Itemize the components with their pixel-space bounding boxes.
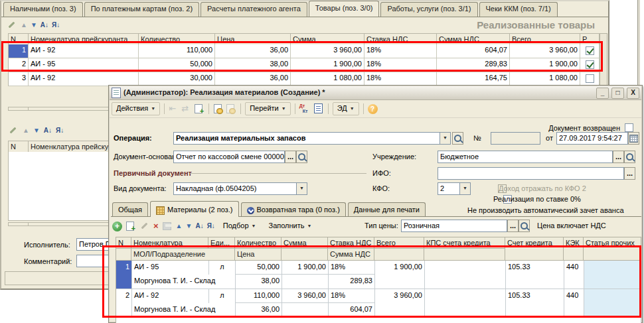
- base-doc-search-button[interactable]: [296, 151, 307, 163]
- materials-sale-dialog: (Администратор): Реализация материалов (…: [108, 85, 643, 323]
- pick-label: Подбор: [223, 222, 249, 230]
- tab-works[interactable]: Работы, услуги (поз. 3/1): [380, 2, 477, 17]
- base-doc-field[interactable]: Отчет по кассовой смене 000000001 от 26: [173, 151, 285, 163]
- post-document-icon[interactable]: [214, 104, 222, 113]
- price-type-value: Розничная: [402, 222, 507, 230]
- price-includes-vat-label: Цена включает НДС: [537, 222, 606, 230]
- dropdown-button[interactable]: ▼: [459, 183, 470, 194]
- row-checkbox[interactable]: [586, 60, 594, 69]
- tab-cash[interactable]: Наличными (поз. 3): [3, 2, 83, 17]
- sort-desc-icon[interactable]: Я↓: [52, 21, 60, 29]
- calendar-icon: [629, 135, 638, 143]
- cell-blank: [425, 303, 506, 318]
- sort-asc-icon[interactable]: А↓: [195, 222, 203, 230]
- cell-kek: 440: [564, 261, 584, 275]
- journal-icon[interactable]: [314, 103, 323, 113]
- add-row-icon[interactable]: +: [112, 222, 122, 231]
- copy-row-icon[interactable]: [126, 222, 134, 231]
- ifo-field[interactable]: [438, 167, 624, 180]
- fill-button[interactable]: Заполнить▼: [264, 220, 317, 232]
- dt-kt-icon[interactable]: ДтКт: [299, 103, 311, 114]
- sort-asc-icon[interactable]: А↓: [40, 21, 48, 29]
- dialog-titlebar[interactable]: (Администратор): Реализация материалов (…: [110, 86, 641, 100]
- move-up-icon[interactable]: ▲: [23, 127, 29, 135]
- dropdown-button[interactable]: ▼: [440, 133, 450, 144]
- ed-button[interactable]: ЭД▼: [333, 102, 359, 115]
- tab-kkm[interactable]: Чеки ККМ (поз. 7/1): [479, 2, 558, 17]
- tab-panel-border: [1, 17, 608, 17]
- maximize-button[interactable]: □: [611, 88, 624, 99]
- tab-cards[interactable]: По платежным картам (поз. 2): [84, 2, 199, 17]
- pick-button[interactable]: Подбор▼: [218, 220, 261, 232]
- move-down-icon[interactable]: ▼: [186, 222, 193, 230]
- tab-returnable-tare[interactable]: Возвратная тара (0 поз.): [241, 202, 346, 217]
- move-up-icon[interactable]: ▲: [21, 21, 27, 29]
- calendar-button[interactable]: [628, 132, 639, 145]
- price-type-search-button[interactable]: [519, 220, 530, 232]
- goto-button[interactable]: Перейти▼: [245, 102, 291, 115]
- edit-icon[interactable]: [8, 125, 19, 136]
- help-icon[interactable]: ?: [368, 104, 378, 114]
- section-title: Реализованные товары: [477, 19, 595, 31]
- move-down-icon[interactable]: ▼: [33, 127, 40, 135]
- goods-row-2[interactable]: 2 АИ - 95 50,000 38,00 1 900,00 18% 289,…: [8, 58, 600, 72]
- price-type-dots-button[interactable]: ...: [507, 220, 519, 232]
- dropdown-button[interactable]: ▼: [296, 183, 307, 194]
- materials-table-empty[interactable]: [116, 318, 641, 323]
- close-button[interactable]: X: [627, 88, 639, 99]
- doc-returned-checkbox[interactable]: [625, 123, 633, 132]
- number-field[interactable]: [491, 132, 540, 145]
- date-prefix-label: от: [546, 134, 553, 143]
- move-up-icon[interactable]: ▲: [176, 222, 183, 230]
- refresh-icon[interactable]: ⇄: [181, 103, 192, 114]
- tab-materials[interactable]: Материалы (2 поз.): [150, 201, 239, 217]
- tab-label: Общая: [118, 206, 142, 214]
- price-type-field[interactable]: Розничная: [401, 220, 507, 232]
- doc-kind-value: Накладная (ф.0504205): [174, 184, 296, 193]
- sort-desc-icon[interactable]: Я↓: [207, 222, 215, 230]
- cell-credit-account: 105.33: [506, 289, 564, 303]
- actions-button[interactable]: Действия▼: [112, 102, 160, 115]
- doc-kind-select[interactable]: Накладная (ф.0504205) ▼: [173, 182, 307, 195]
- materials-row-2[interactable]: 2 АИ - 92 л 110,000 3 960,00 18% 3 960,0…: [116, 289, 641, 318]
- goods-row-1[interactable]: 1 АИ - 92 110,000 36,00 3 960,00 18% 604…: [8, 44, 600, 58]
- ed-label: ЭД: [337, 104, 347, 113]
- date-field[interactable]: 27.09.2017 9:54:27: [556, 132, 628, 145]
- institution-dots-button[interactable]: ...: [613, 151, 624, 163]
- institution-search-button[interactable]: [624, 151, 635, 163]
- row-checkbox[interactable]: [586, 74, 594, 83]
- copy-icon[interactable]: [195, 104, 202, 113]
- tab-label: Данные для печати: [354, 206, 420, 214]
- edit-icon[interactable]: [7, 20, 17, 31]
- operation-search-button[interactable]: [452, 132, 463, 145]
- delete-row-icon[interactable]: ×: [153, 221, 159, 231]
- primary-doc-label: Первичный документ: [114, 169, 192, 178]
- cell-price: 36,00: [215, 72, 291, 86]
- subcol-price: Цена: [235, 249, 282, 261]
- institution-field[interactable]: Бюджетное: [438, 151, 613, 163]
- kfo-select[interactable]: 2 ▼: [438, 182, 471, 195]
- tab-print-data[interactable]: Данные для печати: [348, 202, 426, 217]
- move-end-icon[interactable]: [163, 222, 171, 230]
- tab-goods[interactable]: Товары (поз. 3/0): [309, 1, 380, 17]
- edit-row-icon[interactable]: [139, 221, 150, 231]
- materials-row-1[interactable]: 1 АИ - 95 л 50,000 1 900,00 18% 1 900,00…: [116, 261, 641, 289]
- cell-price: 38,00: [236, 275, 282, 289]
- goods-row-3[interactable]: 3 АИ - 92 30,000 36,00 1 080,00 18% 164,…: [8, 72, 600, 86]
- tab-general[interactable]: Общая: [112, 202, 148, 217]
- minimize-button[interactable]: _: [596, 88, 609, 99]
- ifo-label: ИФО:: [372, 169, 391, 178]
- footer-cell: [8, 107, 29, 111]
- unpost-document-icon[interactable]: [226, 104, 234, 113]
- sort-asc-icon[interactable]: А↓: [44, 127, 52, 135]
- base-doc-dots-button[interactable]: ...: [285, 151, 296, 163]
- operation-field[interactable]: Реализация материальных запасов ▼: [173, 132, 451, 145]
- institution-value: Бюджетное: [438, 153, 612, 161]
- save-close-icon[interactable]: ⇤: [169, 103, 179, 114]
- sort-desc-icon[interactable]: Я↓: [56, 127, 64, 135]
- row-checkbox[interactable]: [586, 46, 594, 55]
- ifo-dots-button[interactable]: ...: [624, 167, 635, 180]
- tab-agent[interactable]: Расчеты платежного агента: [201, 2, 307, 17]
- move-down-icon[interactable]: ▼: [31, 21, 37, 29]
- payment-tabs: Наличными (поз. 3) По платежным картам (…: [3, 2, 558, 17]
